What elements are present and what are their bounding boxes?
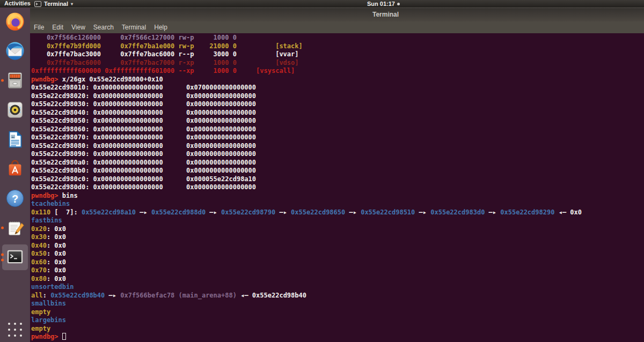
terminal-line: 0x50: 0x0	[31, 250, 644, 258]
rhythmbox-icon	[5, 100, 25, 120]
terminal-line: empty	[31, 325, 644, 333]
terminal-line: 0x70: 0x0	[31, 266, 644, 275]
terminal-line: 0x55e22cd98090: 0x0000000000000000 0x000…	[31, 150, 644, 159]
menu-terminal[interactable]: Terminal	[122, 24, 146, 31]
terminal-line: 0x7ffe7bac6000 0x7ffe7bac7000 r-xp 1000 …	[31, 59, 644, 68]
dock-item-ubuntu-software[interactable]	[0, 158, 30, 180]
text-editor-icon	[5, 218, 25, 238]
help-icon: ?	[5, 188, 25, 209]
terminal-line: pwndbg>	[31, 333, 644, 341]
menu-edit[interactable]: Edit	[52, 24, 63, 31]
terminal-line: 0x80: 0x0	[31, 275, 644, 284]
title-bar[interactable]: Terminal	[30, 8, 644, 21]
ubuntu-software-icon	[5, 159, 25, 179]
dock: ?	[0, 8, 30, 342]
terminal-line: 0x55e22cd980b0: 0x0000000000000000 0x000…	[31, 167, 644, 175]
libreoffice-writer-icon	[5, 129, 25, 150]
menu-search[interactable]: Search	[93, 24, 114, 31]
dock-item-firefox[interactable]	[0, 11, 30, 32]
terminal-line: 0x60: 0x0	[31, 258, 644, 267]
terminal-line: largebins	[31, 316, 644, 325]
menu-view[interactable]: View	[71, 24, 85, 31]
terminal-line: 0x55e22cd98080: 0x0000000000000000 0x000…	[31, 142, 644, 151]
thunderbird-icon	[5, 41, 25, 61]
svg-text:?: ?	[12, 193, 18, 205]
dock-item-files[interactable]	[0, 70, 30, 91]
dock-item-rhythmbox[interactable]	[0, 99, 30, 121]
terminal-line: pwndbg> bins	[31, 192, 644, 200]
terminal-window: Terminal File Edit View Search Terminal …	[30, 8, 644, 342]
terminal-mini-icon	[34, 1, 41, 7]
terminal-icon	[5, 248, 25, 267]
terminal-line: 0x20: 0x0	[31, 225, 644, 234]
terminal-line: smallbins	[31, 300, 644, 308]
terminal-line: 0x7ffe7b9fd000 0x7ffe7ba1e000 rw-p 21000…	[31, 42, 644, 51]
terminal-line: 0x55e22cd980a0: 0x0000000000000000 0x000…	[31, 159, 644, 167]
terminal-line: 0x55e22cd98010: 0x0000000000000000 0x070…	[31, 84, 644, 92]
dock-item-text-editor[interactable]	[0, 217, 30, 239]
menu-bar: File Edit View Search Terminal Help	[30, 21, 644, 33]
firefox-icon	[5, 11, 25, 32]
dock-item-terminal[interactable]	[0, 247, 30, 268]
running-indicator	[1, 79, 4, 82]
terminal-line: pwndbg> x/26gx 0x55e22cd98000+0x10	[31, 76, 644, 84]
terminal-line: 0x55e22cd98020: 0x0000000000000000 0x000…	[31, 92, 644, 101]
terminal-line: 0x55e22cd98050: 0x0000000000000000 0x000…	[31, 117, 644, 125]
clock-label: Sun 01:17	[367, 1, 395, 8]
window-title: Terminal	[372, 11, 399, 18]
chevron-down-icon: ▾	[71, 2, 73, 6]
app-menu-button[interactable]: Terminal ▾	[34, 0, 73, 8]
terminal-line: 0x55e22cd98040: 0x0000000000000000 0x000…	[31, 109, 644, 117]
terminal-line: 0x55e22cd98030: 0x0000000000000000 0x000…	[31, 100, 644, 109]
files-icon	[5, 70, 25, 91]
terminal-line: 0x40: 0x0	[31, 242, 644, 250]
terminal-line: 0x55e22cd980d0: 0x0000000000000000 0x000…	[31, 183, 644, 192]
desktop: Activities Terminal ▾ Sun 01:17	[0, 0, 644, 342]
menu-help[interactable]: Help	[154, 24, 167, 31]
terminal-output[interactable]: 0x7f566c126000 0x7f566c127000 rw-p 1000 …	[30, 33, 644, 342]
terminal-line: 0x30: 0x0	[31, 233, 644, 242]
terminal-line: tcachebins	[31, 200, 644, 209]
dock-item-help[interactable]: ?	[0, 188, 30, 209]
show-applications-button[interactable]	[0, 323, 30, 337]
running-indicator	[1, 227, 4, 229]
terminal-line: 0x7ffe7bac3000 0x7ffe7bac6000 r--p 3000 …	[31, 50, 644, 59]
terminal-line: empty	[31, 308, 644, 317]
terminal-line: 0x55e22cd98070: 0x0000000000000000 0x000…	[31, 133, 644, 142]
terminal-cursor	[62, 333, 66, 340]
terminal-line: all: 0x55e22cd98b40 —▸ 0x7f566befac78 (m…	[31, 292, 644, 300]
dock-item-libreoffice-writer[interactable]	[0, 129, 30, 150]
menu-file[interactable]: File	[34, 24, 44, 31]
show-applications-grid-icon	[8, 323, 22, 337]
terminal-line: 0x55e22cd980c0: 0x0000000000000000 0x000…	[31, 175, 644, 184]
terminal-line: unsortedbin	[31, 283, 644, 292]
notification-dot-icon	[397, 3, 400, 5]
terminal-line: fastbins	[31, 217, 644, 225]
terminal-line: 0x7f566c126000 0x7f566c127000 rw-p 1000 …	[31, 34, 644, 42]
top-bar: Activities Terminal ▾ Sun 01:17	[0, 0, 644, 8]
app-menu-label: Terminal	[44, 1, 68, 7]
dock-item-thunderbird[interactable]	[0, 40, 30, 62]
activities-button[interactable]: Activities	[4, 0, 31, 7]
terminal-line: 0xffffffffff600000 0xffffffffff601000 --…	[31, 67, 644, 76]
terminal-line: 0x55e22cd98060: 0x0000000000000000 0x000…	[31, 125, 644, 134]
clock-button[interactable]: Sun 01:17	[367, 0, 400, 8]
running-indicator	[1, 254, 4, 262]
terminal-line: 0x110 [ 7]: 0x55e22cd98a10 —▸ 0x55e22cd9…	[31, 209, 644, 217]
